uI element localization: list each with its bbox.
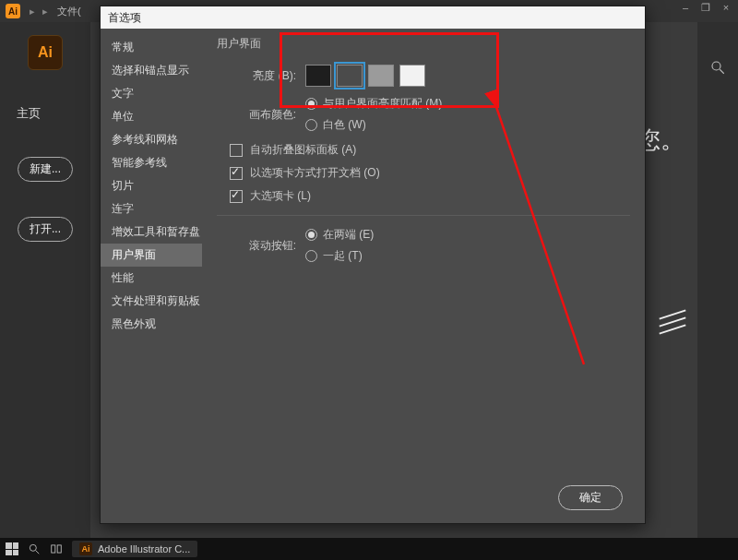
checkbox-box-icon <box>230 144 243 157</box>
brightness-swatch[interactable] <box>305 65 331 87</box>
search-icon[interactable] <box>709 59 726 78</box>
window-close-button[interactable]: × <box>720 2 732 14</box>
checkbox-box-icon <box>230 167 243 180</box>
canvas-color-radios: 与用户界面亮度匹配 (M)白色 (W) <box>305 96 458 133</box>
radio-label: 与用户界面亮度匹配 (M) <box>323 96 442 112</box>
svg-point-0 <box>712 62 720 70</box>
canvas-color-label: 画布颜色: <box>217 107 296 123</box>
ui-checkbox[interactable]: 以选项卡方式打开文档 (O) <box>230 165 630 181</box>
window-controls: – ❐ × <box>679 2 732 14</box>
taskbar-app-illustrator[interactable]: Ai Adobe Illustrator C... <box>72 541 197 557</box>
scroll-buttons-radios: 在两端 (E)一起 (T) <box>305 227 390 264</box>
preferences-sidebar-item[interactable]: 常规 <box>101 36 202 59</box>
radio-dot-icon <box>305 250 317 262</box>
dialog-title: 首选项 <box>108 10 141 26</box>
brightness-row: 亮度 (B): <box>217 65 630 87</box>
preferences-sidebar-item[interactable]: 文件处理和剪贴板 <box>101 290 202 313</box>
svg-rect-5 <box>52 545 55 553</box>
svg-line-1 <box>720 69 724 74</box>
app-badge-icon: Ai <box>6 4 20 18</box>
window-restore-button[interactable]: ❐ <box>699 2 712 14</box>
chevron-right-icon: ▸ <box>42 6 48 18</box>
radio-dot-icon <box>305 119 317 131</box>
canvas-color-radio[interactable]: 白色 (W) <box>305 117 442 133</box>
canvas-color-row: 画布颜色: 与用户界面亮度匹配 (M)白色 (W) <box>217 96 630 133</box>
taskbar-app-label: Adobe Illustrator C... <box>98 543 190 554</box>
scroll-buttons-radio[interactable]: 一起 (T) <box>305 248 374 264</box>
ui-checkboxes: 自动折叠图标面板 (A)以选项卡方式打开文档 (O)大选项卡 (L) <box>217 142 630 204</box>
preferences-dialog: 首选项 常规选择和锚点显示文字单位参考线和网格智能参考线切片连字增效工具和暂存盘… <box>100 6 646 524</box>
dialog-titlebar: 首选项 <box>101 6 645 29</box>
preferences-sidebar-item[interactable]: 单位 <box>101 105 202 128</box>
preferences-sidebar-item[interactable]: 性能 <box>101 267 202 290</box>
ok-button[interactable]: 确定 <box>558 485 623 510</box>
svg-line-4 <box>36 551 40 554</box>
ui-checkbox[interactable]: 大选项卡 (L) <box>230 188 630 204</box>
preferences-sidebar-item[interactable]: 参考线和网格 <box>101 128 202 151</box>
brightness-swatch[interactable] <box>337 65 363 87</box>
preferences-sidebar-item[interactable]: 连字 <box>101 197 202 220</box>
right-rail <box>697 22 738 538</box>
scroll-buttons-label: 滚动按钮: <box>217 238 296 254</box>
checkbox-box-icon <box>230 190 243 203</box>
preferences-sidebar-item[interactable]: 选择和锚点显示 <box>101 59 202 82</box>
ui-checkbox[interactable]: 自动折叠图标面板 (A) <box>230 142 630 158</box>
windows-taskbar: Ai Adobe Illustrator C... <box>0 538 738 560</box>
preferences-sidebar-item[interactable]: 切片 <box>101 174 202 197</box>
app-logo-icon: Ai <box>28 35 63 70</box>
open-button[interactable]: 打开... <box>18 217 73 242</box>
section-title: 用户界面 <box>217 36 630 52</box>
scroll-buttons-row: 滚动按钮: 在两端 (E)一起 (T) <box>217 227 630 264</box>
chevron-right-icon: ▸ <box>30 6 35 18</box>
annotation-arrow <box>280 32 612 401</box>
divider <box>217 215 630 216</box>
preferences-sidebar-item[interactable]: 智能参考线 <box>101 151 202 174</box>
task-view-icon[interactable] <box>50 542 63 555</box>
checkbox-label: 自动折叠图标面板 (A) <box>250 142 356 158</box>
preferences-sidebar-item[interactable]: 文字 <box>101 82 202 105</box>
brightness-label: 亮度 (B): <box>217 68 296 84</box>
preferences-sidebar-item[interactable]: 增效工具和暂存盘 <box>101 220 202 244</box>
start-button[interactable] <box>6 542 18 555</box>
radio-dot-icon <box>305 98 317 110</box>
new-button[interactable]: 新建... <box>18 157 73 182</box>
preferences-sidebar: 常规选择和锚点显示文字单位参考线和网格智能参考线切片连字增效工具和暂存盘用户界面… <box>101 29 202 523</box>
checkbox-label: 以选项卡方式打开文档 (O) <box>250 165 380 181</box>
checkbox-label: 大选项卡 (L) <box>250 188 311 204</box>
left-rail: Ai 主页 新建... 打开... <box>0 22 90 538</box>
radio-label: 一起 (T) <box>323 248 363 264</box>
brightness-swatches <box>305 65 425 87</box>
radio-label: 白色 (W) <box>323 117 366 133</box>
search-icon[interactable] <box>28 542 41 555</box>
svg-rect-6 <box>57 545 61 553</box>
svg-point-3 <box>30 544 36 551</box>
preferences-sidebar-item[interactable]: 用户界面 <box>101 244 202 267</box>
illustrator-icon: Ai <box>79 542 92 555</box>
preferences-sidebar-item[interactable]: 黑色外观 <box>101 313 202 336</box>
menu-file[interactable]: 文件( <box>52 5 87 18</box>
preferences-panel-user-interface: 用户界面 亮度 (B): 画布颜色: 与用户界面亮度匹配 (M)白色 (W) 自… <box>202 29 645 523</box>
brightness-swatch[interactable] <box>399 65 425 87</box>
home-tab[interactable]: 主页 <box>0 105 41 122</box>
brightness-swatch[interactable] <box>368 65 394 87</box>
decorative-lines <box>659 308 686 336</box>
scroll-buttons-radio[interactable]: 在两端 (E) <box>305 227 374 243</box>
radio-dot-icon <box>305 229 317 241</box>
window-minimize-button[interactable]: – <box>679 2 692 14</box>
canvas-color-radio[interactable]: 与用户界面亮度匹配 (M) <box>305 96 442 112</box>
radio-label: 在两端 (E) <box>323 227 374 243</box>
